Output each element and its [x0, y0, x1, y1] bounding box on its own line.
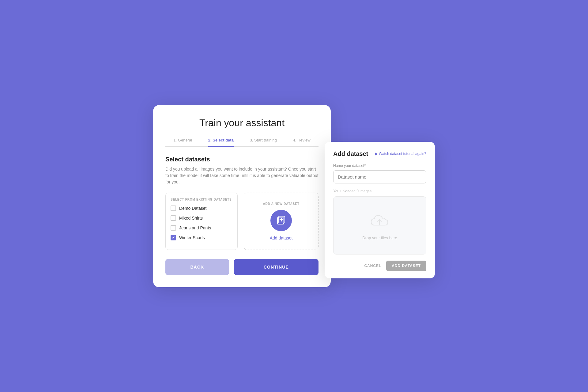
- checkbox-jeans[interactable]: [171, 225, 176, 231]
- section-description: Did you upload all images you want to in…: [165, 166, 318, 185]
- existing-panel-label: SELECT FROM EXISTING DATASETS: [171, 198, 232, 201]
- upload-count: You uploaded 0 images.: [333, 189, 426, 193]
- add-dataset-icon: [276, 215, 287, 226]
- scene: Train your assistant 1. General 2. Selec…: [153, 105, 435, 287]
- drop-text: Drop your files here: [362, 236, 397, 240]
- add-dataset-header: Add dataset Watch dataset tutorial again…: [333, 150, 426, 157]
- section-title: Select datasets: [165, 156, 318, 163]
- existing-datasets-panel: SELECT FROM EXISTING DATASETS Demo Datas…: [165, 193, 238, 250]
- checkbox-shirts[interactable]: [171, 215, 176, 221]
- stepper: 1. General 2. Select data 3. Start train…: [165, 138, 318, 147]
- continue-button[interactable]: CONTINUE: [234, 259, 318, 275]
- panel-footer: CANCEL ADD DATASET: [333, 261, 426, 271]
- add-new-dataset-panel[interactable]: ADD A NEW DATASET Add dataset: [244, 193, 318, 250]
- main-card: Train your assistant 1. General 2. Selec…: [153, 105, 331, 287]
- add-dataset-button[interactable]: ADD DATASET: [386, 261, 426, 271]
- watch-tutorial-link[interactable]: Watch dataset tutorial again?: [375, 152, 426, 156]
- back-button[interactable]: BACK: [165, 259, 229, 275]
- step-start-training[interactable]: 3. Start training: [250, 138, 277, 146]
- name-field-label: Name your dataset*: [333, 164, 426, 168]
- drop-zone[interactable]: Drop your files here: [333, 196, 426, 254]
- dataset-item-jeans[interactable]: Jeans and Pants: [171, 225, 232, 231]
- add-dataset-label: Add dataset: [270, 236, 293, 240]
- dataset-item-scarfs[interactable]: Winter Scarfs: [171, 235, 232, 240]
- checkbox-scarfs[interactable]: [171, 235, 176, 240]
- cancel-button[interactable]: CANCEL: [364, 264, 381, 268]
- dataset-item-shirts[interactable]: Mixed Shirts: [171, 215, 232, 221]
- step-select-data[interactable]: 2. Select data: [208, 138, 234, 146]
- upload-icon: [369, 210, 390, 232]
- step-review[interactable]: 4. Review: [293, 138, 311, 146]
- add-dataset-icon-circle[interactable]: [270, 210, 292, 231]
- dataset-item-demo[interactable]: Demo Dataset: [171, 205, 232, 211]
- datasets-row: SELECT FROM EXISTING DATASETS Demo Datas…: [165, 193, 318, 250]
- dataset-name-input[interactable]: [333, 170, 426, 183]
- buttons-row: BACK CONTINUE: [165, 259, 318, 275]
- page-title: Train your assistant: [165, 117, 318, 129]
- step-general[interactable]: 1. General: [173, 138, 192, 146]
- add-dataset-card: Add dataset Watch dataset tutorial again…: [325, 142, 435, 278]
- add-panel-label: ADD A NEW DATASET: [263, 202, 299, 205]
- checkbox-demo[interactable]: [171, 205, 176, 211]
- add-dataset-panel-title: Add dataset: [333, 150, 368, 157]
